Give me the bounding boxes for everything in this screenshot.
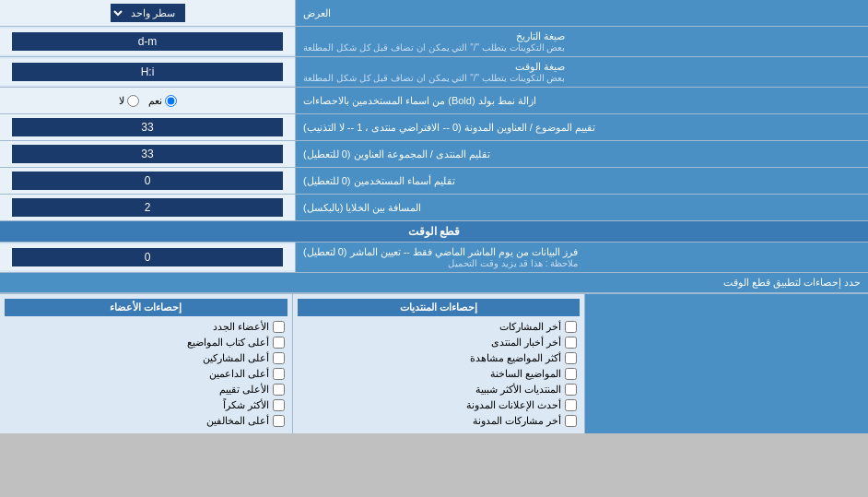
users-names-control[interactable] [0,168,295,194]
stats-item-forum-2: أكثر المواضيع مشاهدة [298,350,581,366]
stats-item-member-4: الأعلى تقييم [5,382,287,397]
stats-section: إحصاءات المنتديات أخر المشاركات أخر أخبا… [0,293,868,433]
bold-remove-label-text: ازالة نمط بولد (Bold) من اسماء المستخدمي… [303,95,536,107]
stats-checkbox-forum-6[interactable] [565,415,577,427]
time-format-input[interactable] [12,63,284,81]
stats-item-forum-0: أخر المشاركات [298,319,581,335]
cutoff-title-text: قطع الوقت [408,225,460,238]
forum-subject-order-label-text: تقييم الموضوع / العناوين المدونة (0 -- ا… [303,122,595,134]
stats-label-member-6: أعلى المخالفين [206,415,269,427]
stats-item-member-6: أعلى المخالفين [5,413,287,429]
forum-subject-order-row: تقييم الموضوع / العناوين المدونة (0 -- ا… [0,114,868,141]
cols-spacing-label-text: المسافة بين الخلايا (بالبكسل) [303,202,422,214]
users-names-row: تقليم أسماء المستخدمين (0 للتعطيل) [0,168,868,195]
stats-limit-label: حدد إحصاءات لتطبيق قطع الوقت [723,277,861,288]
bold-remove-no-radio[interactable] [127,95,139,107]
bold-remove-no-label[interactable]: لا [119,95,139,107]
page-title: العرض [295,0,868,26]
stats-label-forum-4: المنتديات الأكثر شببية [475,384,561,396]
stats-label-member-0: الأعضاء الجدد [213,321,269,333]
stats-label-forum-1: أخر أخبار المنتدى [491,337,561,349]
stats-checkbox-forum-4[interactable] [565,384,577,396]
stats-col-forums: إحصاءات المنتديات أخر المشاركات أخر أخبا… [292,294,585,433]
time-format-row: صيغة الوقت بعض التكوينات يتطلب "/" التي … [0,57,868,88]
date-format-label: صيغة التاريخ بعض التكوينات يتطلب "/" الت… [295,27,868,56]
time-format-label-line1: صيغة الوقت [303,61,565,73]
stats-item-member-5: الأكثر شكراً [5,397,287,413]
forum-subject-order-control[interactable] [0,114,295,140]
stats-checkbox-forum-1[interactable] [565,337,577,349]
stats-checkbox-member-1[interactable] [273,337,285,349]
stats-label-forum-6: أخر مشاركات المدونة [473,415,561,427]
stats-checkbox-member-5[interactable] [273,399,285,411]
stats-label-member-4: الأعلى تقييم [219,384,269,396]
stats-item-forum-5: أحدث الإعلانات المدونة [298,397,581,413]
bold-remove-row: ازالة نمط بولد (Bold) من اسماء المستخدمي… [0,88,868,114]
stats-item-member-3: أعلى الداعمين [5,366,287,382]
users-names-input[interactable] [12,172,284,190]
bold-remove-radio-group: نعم لا [119,95,177,107]
date-format-control[interactable] [0,29,295,54]
stats-checkbox-forum-3[interactable] [565,368,577,380]
stats-checkbox-forum-0[interactable] [565,321,577,333]
date-format-row: صيغة التاريخ بعض التكوينات يتطلب "/" الت… [0,27,868,57]
stats-checkbox-member-2[interactable] [273,352,285,364]
stats-label-member-1: أعلى كتاب المواضيع [187,337,269,349]
time-format-label: صيغة الوقت بعض التكوينات يتطلب "/" التي … [295,57,868,87]
users-names-label-text: تقليم أسماء المستخدمين (0 للتعطيل) [303,175,455,187]
cols-spacing-label: المسافة بين الخلايا (بالبكسل) [295,195,868,220]
cutoff-input[interactable] [12,248,284,266]
users-names-label: تقليم أسماء المستخدمين (0 للتعطيل) [295,168,868,194]
date-format-label-line1: صيغة التاريخ [303,30,565,42]
stats-checkbox-member-0[interactable] [273,321,285,333]
cols-spacing-input[interactable] [12,198,284,217]
bold-remove-control[interactable]: نعم لا [0,88,295,113]
forum-group-order-label-text: تقليم المنتدى / المجموعة العناوين (0 للت… [303,148,490,160]
stats-item-forum-3: المواضيع الساخنة [298,366,581,382]
stats-checkbox-forum-2[interactable] [565,352,577,364]
stats-label-member-5: الأكثر شكراً [223,399,269,411]
header-row: العرض سطر واحد [0,0,868,27]
cutoff-label-line2: ملاحظة : هذا قد يزيد وقت التحميل [303,258,578,268]
stats-col-members-header: إحصاءات الأعضاء [5,299,287,316]
cutoff-section-header: قطع الوقت [0,221,868,243]
stats-item-forum-1: أخر أخبار المنتدى [298,335,581,350]
display-mode-select[interactable]: سطر واحد [111,4,185,22]
forum-group-order-row: تقليم المنتدى / المجموعة العناوين (0 للت… [0,141,868,168]
stats-col-members-header-text: إحصاءات الأعضاء [110,302,182,313]
forum-group-order-label: تقليم المنتدى / المجموعة العناوين (0 للت… [295,141,868,167]
cutoff-control[interactable] [0,244,295,270]
stats-item-forum-6: أخر مشاركات المدونة [298,413,581,429]
forum-group-order-input[interactable] [12,145,284,163]
cols-spacing-control[interactable] [0,195,295,220]
cutoff-label-line1: فرز البيانات من يوم الماشر الماضي فقط --… [303,246,578,258]
stats-label-member-2: أعلى المشاركين [203,352,269,364]
bold-remove-label: ازالة نمط بولد (Bold) من اسماء المستخدمي… [295,88,868,113]
stats-col-forums-header-text: إحصاءات المنتديات [400,302,477,313]
stats-checkbox-member-4[interactable] [273,384,285,396]
bold-remove-yes-text: نعم [148,95,162,107]
cutoff-label: فرز البيانات من يوم الماشر الماضي فقط --… [295,243,868,272]
forum-subject-order-input[interactable] [12,118,284,136]
stats-item-member-1: أعلى كتاب المواضيع [5,335,287,350]
bold-remove-yes-label[interactable]: نعم [148,95,177,107]
stats-item-forum-4: المنتديات الأكثر شببية [298,382,581,397]
bold-remove-yes-radio[interactable] [165,95,177,107]
stats-col-forums-header: إحصاءات المنتديات [298,299,581,316]
date-format-label-line2: بعض التكوينات يتطلب "/" التي يمكن ان تضا… [303,42,565,53]
stats-item-member-2: أعلى المشاركين [5,350,287,366]
stats-checkbox-member-6[interactable] [273,415,285,427]
stats-checkbox-member-3[interactable] [273,368,285,380]
stats-empty-col [584,294,868,433]
date-format-input[interactable] [12,32,284,51]
stats-label-forum-0: أخر المشاركات [499,321,561,333]
title-text: العرض [303,7,331,19]
time-format-label-line2: بعض التكوينات يتطلب "/" التي يمكن ان تضا… [303,73,565,83]
time-format-control[interactable] [0,59,295,85]
bold-remove-no-text: لا [119,95,124,107]
stats-checkbox-forum-5[interactable] [565,399,577,411]
forum-group-order-control[interactable] [0,141,295,167]
display-mode-control[interactable]: سطر واحد [0,0,295,26]
forum-subject-order-label: تقييم الموضوع / العناوين المدونة (0 -- ا… [295,114,868,140]
stats-label-forum-3: المواضيع الساخنة [490,368,561,380]
